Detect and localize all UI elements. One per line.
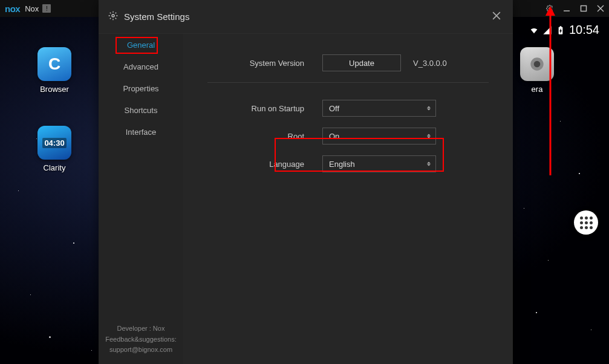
system-version-label: System Version (207, 59, 322, 68)
svg-point-6 (534, 61, 541, 68)
footer-feedback: Feedback&suggestions: (103, 334, 178, 345)
clarity-tile-icon: 04:30 (37, 126, 71, 160)
app-icon-browser[interactable]: C Browser (30, 47, 79, 94)
app-window: nox Nox ! (0, 0, 609, 364)
startup-select[interactable]: Off (322, 100, 436, 117)
tab-advanced[interactable]: Advanced (99, 56, 183, 77)
svg-point-7 (112, 15, 114, 17)
battery-charging-icon (556, 25, 565, 35)
status-time: 10:54 (569, 23, 599, 37)
chevron-updown-icon (427, 106, 431, 111)
sidebar-footer: Developer : Nox Feedback&suggestions: su… (99, 315, 183, 364)
tab-general[interactable]: General (99, 34, 183, 56)
dialog-close-button[interactable] (490, 8, 503, 25)
nox-logo: nox (5, 4, 20, 14)
settings-content: System Version Update V_3.0.0.0 Run on S… (183, 34, 513, 364)
footer-developer: Developer : Nox (103, 323, 178, 334)
system-settings-dialog: System Settings General Advanced Propert… (99, 0, 513, 364)
row-language: Language English (207, 155, 489, 172)
tab-properties[interactable]: Properties (99, 77, 183, 99)
svg-point-0 (549, 8, 551, 10)
language-select[interactable]: English (322, 155, 436, 172)
signal-icon (542, 25, 552, 35)
dialog-body: General Advanced Properties Shortcuts In… (99, 34, 513, 364)
settings-gear-icon[interactable] (542, 1, 557, 16)
root-label: Root (207, 132, 322, 141)
version-text: V_3.0.0.0 (413, 59, 447, 68)
maximize-button[interactable] (576, 1, 591, 16)
app-drawer-button[interactable] (574, 210, 598, 235)
dialog-header: System Settings (99, 0, 513, 34)
language-label: Language (207, 160, 322, 169)
info-icon[interactable]: ! (42, 4, 51, 13)
camera-tile-icon (520, 47, 554, 81)
row-root: Root On (207, 128, 489, 145)
android-statusbar: 10:54 (529, 23, 599, 37)
app-label: era (513, 85, 561, 94)
app-label: Clarity (30, 163, 79, 172)
root-select[interactable]: On (322, 128, 436, 145)
gear-icon (108, 11, 118, 23)
chevron-updown-icon (427, 134, 431, 138)
close-window-button[interactable] (593, 1, 608, 16)
clarity-clock: 04:30 (42, 138, 66, 148)
tab-shortcuts[interactable]: Shortcuts (99, 99, 183, 121)
root-value: On (329, 132, 339, 141)
app-icon-camera[interactable]: era (513, 47, 561, 94)
chevron-updown-icon (427, 162, 431, 166)
grid-dots-icon (580, 216, 593, 229)
wifi-icon (529, 25, 539, 35)
dialog-title: System Settings (124, 11, 189, 22)
language-value: English (329, 160, 355, 169)
settings-sidebar: General Advanced Properties Shortcuts In… (99, 34, 183, 364)
app-label: Browser (30, 85, 79, 94)
browser-tile-icon: C (37, 47, 71, 81)
footer-email: support@bignox.com (103, 345, 178, 356)
row-run-on-startup: Run on Startup Off (207, 100, 489, 117)
svg-rect-2 (581, 6, 587, 11)
app-name: Nox (25, 4, 39, 13)
startup-label: Run on Startup (207, 104, 322, 113)
update-button[interactable]: Update (322, 54, 401, 71)
row-system-version: System Version Update V_3.0.0.0 (207, 54, 489, 71)
tab-interface[interactable]: Interface (99, 121, 183, 143)
minimize-button[interactable] (559, 1, 574, 16)
app-icon-clarity[interactable]: 04:30 Clarity (30, 126, 79, 172)
startup-value: Off (329, 104, 339, 113)
divider (207, 82, 489, 83)
